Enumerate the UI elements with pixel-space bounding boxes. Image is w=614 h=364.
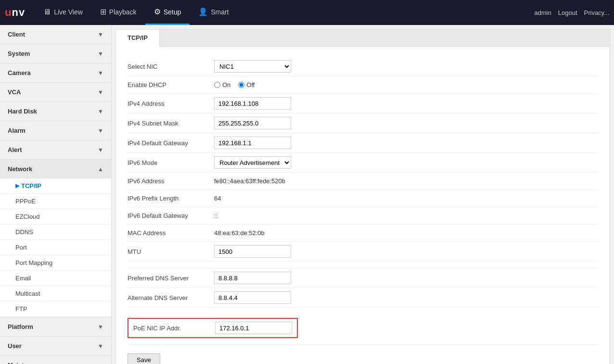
ipv4-address-input[interactable] <box>214 97 291 110</box>
sidebar-item-port-mapping[interactable]: Port Mapping <box>0 255 111 271</box>
ipv6-gateway-value: :: <box>214 212 217 219</box>
nav-setup[interactable]: ⚙ Setup <box>145 0 190 25</box>
sidebar-header-maintenance[interactable]: Maintenance <box>0 356 111 364</box>
sidebar-header-alert[interactable]: Alert <box>0 140 111 159</box>
save-button[interactable]: Save <box>128 353 160 364</box>
sidebar-section-vca: VCA <box>0 83 111 102</box>
dhcp-off-radio[interactable]: Off <box>238 81 255 88</box>
logout-button[interactable]: Logout <box>558 9 577 16</box>
nav-smart[interactable]: 👤 Smart <box>190 0 237 25</box>
dhcp-on-input[interactable] <box>214 82 220 88</box>
sidebar-port-label: Port <box>15 244 27 251</box>
sidebar-header-client[interactable]: Client <box>0 25 111 44</box>
ipv6-prefix-label: IPv6 Prefix Length <box>128 195 214 202</box>
sidebar-maintenance-label: Maintenance <box>8 362 46 364</box>
sidebar-section-network: Network ▶ TCP/IP PPPoE EZCloud DDNS <box>0 160 111 317</box>
sidebar-header-network[interactable]: Network <box>0 160 111 178</box>
sidebar-email-label: Email <box>15 275 31 282</box>
mac-label: MAC Address <box>128 229 214 237</box>
chevron-up-icon <box>98 166 103 173</box>
form-row-ipv6-gateway: IPv6 Default Gateway :: <box>128 207 598 225</box>
chevron-down-icon <box>98 70 103 76</box>
ipv4-gateway-control <box>214 137 291 149</box>
nav-playback[interactable]: ⊞ Playback <box>91 0 145 25</box>
sidebar-header-system[interactable]: System <box>0 44 111 63</box>
sidebar: Client System Camera VCA <box>0 25 112 364</box>
form-row-mac: MAC Address 48:ea:63:de:52:0b <box>128 225 598 242</box>
sidebar-alert-label: Alert <box>8 146 22 153</box>
form-row-mtu: MTU <box>128 242 598 262</box>
dhcp-on-label: On <box>222 81 230 88</box>
dhcp-on-radio[interactable]: On <box>214 81 230 88</box>
sidebar-network-label: Network <box>8 165 32 173</box>
select-nic-dropdown[interactable]: NIC1 NIC2 <box>214 60 291 73</box>
dhcp-off-input[interactable] <box>238 82 244 88</box>
alt-dns-input[interactable] <box>214 291 291 304</box>
nav-items: 🖥 Live View ⊞ Playback ⚙ Setup 👤 Smart <box>35 0 534 25</box>
sidebar-platform-label: Platform <box>8 323 33 330</box>
chevron-down-icon <box>98 147 103 153</box>
sidebar-tcpip-label: TCP/IP <box>21 182 41 189</box>
username: admin <box>534 9 551 16</box>
logo-text: unv <box>5 6 25 19</box>
panel-tab-tcpip[interactable]: TCP/IP <box>116 29 160 47</box>
panel-tab-label: TCP/IP <box>128 34 148 41</box>
sidebar-client-label: Client <box>8 31 25 38</box>
sidebar-item-ftp[interactable]: FTP <box>0 301 111 317</box>
dhcp-radio-group: On Off <box>214 81 255 88</box>
poe-nic-input[interactable] <box>215 322 292 334</box>
ipv4-gateway-input[interactable] <box>214 137 291 149</box>
sidebar-ezcloud-label: EZCloud <box>15 213 40 220</box>
sidebar-header-camera[interactable]: Camera <box>0 63 111 82</box>
panel-body: Select NIC NIC1 NIC2 Enable DHCP <box>116 47 610 364</box>
grid-icon: ⊞ <box>100 7 106 16</box>
form-row-ipv6-address: IPv6 Address fe80::4aea:63ff:fede:520b <box>128 173 598 190</box>
chevron-down-icon <box>98 362 103 364</box>
sidebar-pppoe-label: PPPoE <box>15 198 36 205</box>
ipv4-address-label: IPv4 Address <box>128 100 214 107</box>
content-panel: TCP/IP Select NIC NIC1 NIC2 Enable <box>115 29 610 364</box>
ipv6-mode-label: IPv6 Mode <box>128 159 214 166</box>
chevron-down-icon <box>98 108 103 115</box>
mac-control: 48:ea:63:de:52:0b <box>214 229 265 237</box>
sidebar-item-email[interactable]: Email <box>0 271 111 286</box>
form-row-ipv4-subnet: IPv4 Subnet Mask <box>128 113 598 133</box>
active-arrow-icon: ▶ <box>15 183 19 189</box>
ipv6-mode-control: Router Advertisement Manual DHCP <box>214 156 291 169</box>
sidebar-header-platform[interactable]: Platform <box>0 317 111 336</box>
ipv4-subnet-input[interactable] <box>214 117 291 129</box>
sidebar-header-user[interactable]: User <box>0 337 111 355</box>
ipv4-address-control <box>214 97 291 110</box>
top-right-actions: admin Logout Privacy... <box>534 9 609 16</box>
pref-dns-input[interactable] <box>214 272 291 284</box>
ipv6-prefix-value: 64 <box>214 195 221 202</box>
privacy-button[interactable]: Privacy... <box>584 9 610 16</box>
sidebar-header-hard-disk[interactable]: Hard Disk <box>0 102 111 121</box>
panel-header: TCP/IP <box>116 29 610 47</box>
ipv6-prefix-control: 64 <box>214 195 221 202</box>
dhcp-off-label: Off <box>246 81 255 88</box>
select-nic-label: Select NIC <box>128 63 214 70</box>
form-divider <box>128 262 598 268</box>
form-row-pref-dns: Preferred DNS Server <box>128 268 598 288</box>
sidebar-item-multicast[interactable]: Multicast <box>0 286 111 301</box>
nav-live-view[interactable]: 🖥 Live View <box>35 0 91 25</box>
mtu-input[interactable] <box>214 245 291 258</box>
sidebar-item-tcpip[interactable]: ▶ TCP/IP <box>0 178 111 194</box>
ipv4-gateway-label: IPv4 Default Gateway <box>128 139 214 147</box>
sidebar-item-port[interactable]: Port <box>0 240 111 255</box>
sidebar-item-pppoe[interactable]: PPPoE <box>0 194 111 209</box>
ipv6-mode-dropdown[interactable]: Router Advertisement Manual DHCP <box>214 156 291 169</box>
dhcp-label: Enable DHCP <box>128 81 214 88</box>
sidebar-header-alarm[interactable]: Alarm <box>0 121 111 140</box>
select-nic-control: NIC1 NIC2 <box>214 60 291 73</box>
sidebar-header-vca[interactable]: VCA <box>0 83 111 101</box>
form-row-alt-dns: Alternate DNS Server <box>128 288 598 308</box>
ipv6-address-value: fe80::4aea:63ff:fede:520b <box>214 177 285 185</box>
person-icon: 👤 <box>198 7 208 16</box>
top-navigation: unv 🖥 Live View ⊞ Playback ⚙ Setup 👤 Sma… <box>0 0 614 25</box>
sidebar-item-ddns[interactable]: DDNS <box>0 225 111 240</box>
main-layout: Client System Camera VCA <box>0 25 614 364</box>
sidebar-item-ezcloud[interactable]: EZCloud <box>0 209 111 225</box>
ipv6-address-control: fe80::4aea:63ff:fede:520b <box>214 177 285 185</box>
